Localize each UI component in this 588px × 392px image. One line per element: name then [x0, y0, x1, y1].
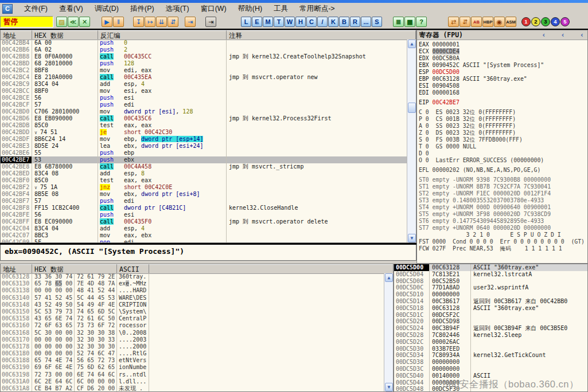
disasm-row[interactable]: 00C42BF085C0testeax, eax: [1, 177, 407, 184]
breakpoint-4-button[interactable]: 4: [551, 17, 560, 26]
disasm-row[interactable]: 00C42BED83C4 08addesp, 8: [1, 170, 407, 177]
register-line[interactable]: Z 0 DS 0023 32位 0(FFFFFFFF): [419, 130, 587, 136]
breakpoint-2-button[interactable]: 2: [531, 17, 540, 26]
menu-item[interactable]: 帮助(H): [232, 3, 268, 15]
appearance-button[interactable]: ▦: [404, 17, 415, 27]
view-run-trace-button[interactable]: ...: [361, 17, 371, 27]
disasm-row[interactable]: 00C42BDF8B6C24 14movebp, dword ptr [esp+…: [1, 136, 407, 143]
disasm-row[interactable]: 00C42BCE56pushesi: [1, 95, 407, 101]
target-button[interactable]: ◉: [494, 17, 505, 27]
register-line[interactable]: ESP 00DC5D00: [419, 69, 587, 76]
view-cpu-button[interactable]: C: [306, 17, 317, 27]
view-call-stack-button[interactable]: K: [328, 17, 338, 27]
disasm-row[interactable]: 00C42BB66A 02push2: [1, 46, 407, 53]
view-threads-button[interactable]: T: [274, 17, 284, 27]
menu-item[interactable]: 查看(V): [53, 3, 89, 15]
stack-row[interactable]: 00DC5D4800DC5F30: [394, 386, 587, 392]
disasm-row[interactable]: 00C42BE753pushebx: [1, 156, 407, 163]
disasm-row[interactable]: 00C42BE655pushebp: [1, 150, 407, 156]
register-line[interactable]: FCW 027F Prec NEAR,53 掩码 1 1 1 1 1 1: [419, 245, 587, 252]
menu-item[interactable]: 工具: [268, 3, 294, 15]
dump-row[interactable]: 00C631A8CE B4 B7 A2CF D6 20 00未发现 .: [1, 385, 384, 391]
animate-into-button[interactable]: ⇊: [156, 17, 167, 27]
stack-row[interactable]: 00DC5D2C000026AC: [394, 339, 587, 346]
register-line[interactable]: EAX 00000001: [419, 41, 587, 48]
disasm-row[interactable]: 00C42C0483C4 04addesp, 4: [1, 225, 407, 232]
disasm-row[interactable]: 00C42BB8E8 0F0A0000call00C435CCjmp 到 ker…: [1, 53, 407, 60]
restart-button[interactable]: ≪: [68, 17, 79, 27]
scroll-up-icon[interactable]: ▲: [385, 273, 393, 282]
register-line[interactable]: EBP 00C63128 ASCII "360tray.exe": [419, 76, 587, 83]
stack-row[interactable]: 00DC5D1400C3B617返回到 00C3B617 来自 00C42BB0: [394, 298, 587, 305]
register-line[interactable]: ST3 empty 0.1480035532037003780e-4933: [419, 197, 587, 204]
dump-row[interactable]: 00C6314057 41 52 455C 44 45 53WARE\DES: [1, 295, 384, 301]
register-line[interactable]: O 0 LastErr ERROR_SUCCESS (00000000): [419, 157, 587, 164]
register-line[interactable]: EIP 00C42BE7: [419, 99, 587, 106]
open-file-button[interactable]: ▨: [56, 17, 67, 27]
register-line[interactable]: 3 2 1 0 E S P U O Z D I: [419, 232, 587, 238]
dump-scrollbar[interactable]: ▲ ▼: [384, 273, 393, 391]
register-line[interactable]: FST 0000 Cond 0 0 0 0 Err 0 0 0 0 0 0 0 …: [419, 238, 587, 245]
register-pane-chevron-button[interactable]: ‹: [561, 31, 565, 39]
disasm-row[interactable]: 00C42BF8FF15 1CB2C400calldword ptr [C4B2…: [1, 205, 407, 211]
register-line[interactable]: A 0 SS 0023 32位 0(FFFFFFFF): [419, 123, 587, 130]
dump-row[interactable]: 00C6316072 6F 63 6573 73 6F 72rocessor: [1, 322, 384, 329]
view-breakpoints-button[interactable]: B: [339, 17, 349, 27]
scrollbar-thumb[interactable]: [408, 103, 416, 113]
breakpoint-3-button[interactable]: 3: [541, 17, 550, 26]
register-line[interactable]: ST4 empty +UNORM 000D 00900640 00900001: [419, 204, 587, 211]
options-button[interactable]: ≣: [393, 17, 404, 27]
stack-row[interactable]: 00DC5D0C77D1A8ADuser32.wsprintfA: [394, 284, 587, 291]
dump-row[interactable]: 00C6318865 74 4E 7456 65 72 73etNtVers: [1, 357, 384, 364]
help-button[interactable]: ?: [416, 17, 427, 27]
view-handles-button[interactable]: H: [295, 17, 306, 27]
stack-row[interactable]: 00DC5D1800C63128ASCII "360tray.exe": [394, 305, 587, 312]
menu-item[interactable]: 调试(D): [89, 3, 124, 15]
register-pane-chevron-button[interactable]: ‹: [542, 31, 546, 39]
register-line[interactable]: T 0 GS 0000 NULL: [419, 143, 587, 150]
disasm-row[interactable]: 00C42BD0C706 28010000movdword ptr [esi],…: [1, 108, 407, 115]
register-line[interactable]: ST7 empty +UNORM 0640 0000020D 00000000: [419, 225, 587, 232]
stack-row[interactable]: 00DC5D1C00DC5F2C: [394, 312, 587, 319]
stack-row[interactable]: 00DC5D30033B7EED: [394, 346, 587, 352]
disasm-row[interactable]: 00C42BDB85C0testeax, eax: [1, 122, 407, 129]
disasm-row[interactable]: 00C42BFE56pushesi: [1, 211, 407, 218]
view-references-button[interactable]: R: [350, 17, 360, 27]
stack-row[interactable]: 00DC5D4000140000ASCII: [394, 373, 587, 379]
updown-arrows-button[interactable]: ⇵: [460, 17, 470, 27]
dump-row[interactable]: 00C6315843 65 6E 7472 61 6C 50CentralP: [1, 315, 384, 322]
dump-row[interactable]: 00C631505C 53 79 7374 65 6D 5C\System\: [1, 308, 384, 315]
disasm-row[interactable]: 00C42C095Fpopedi: [1, 239, 407, 242]
menu-item[interactable]: 文件(F): [18, 3, 53, 15]
register-line[interactable]: ST5 empty +UNORM 3F98 0000020D 7C938CD9: [419, 211, 587, 218]
hbp-button[interactable]: HBP: [482, 17, 493, 27]
dump-row[interactable]: 00C6313800 00 00 0048 41 52 44....HARD: [1, 287, 384, 294]
execute-till-return-button[interactable]: ⇥: [185, 17, 196, 27]
disasm-row[interactable]: 00C42BC4E8 210A0000call00C435EAjmp 到 msv…: [1, 74, 407, 81]
step-into-button[interactable]: ↧: [133, 17, 144, 27]
view-memory-button[interactable]: M: [263, 17, 273, 27]
stack-row[interactable]: 00DC5D3C00000000: [394, 366, 587, 373]
scroll-down-icon[interactable]: ▼: [385, 383, 393, 391]
app-icon[interactable]: C: [2, 4, 13, 14]
dump-row[interactable]: 00C631685C 30 00 0032 30 30 38\0..2008: [1, 330, 384, 336]
menu-item[interactable]: 窗口(W): [195, 3, 232, 15]
disasm-row[interactable]: 00C42BF757pushedi: [1, 198, 407, 205]
disasm-row[interactable]: 00C42BFFE8 EC090000call00C435F0jmp 到 msv…: [1, 218, 407, 225]
stack-row[interactable]: 00DC5D4400000000: [394, 379, 587, 386]
register-line[interactable]: EDI 00000168: [419, 89, 587, 96]
disasm-row[interactable]: 00C42BE8E8 6B780000call00C4A458jmp 到 msv…: [1, 163, 407, 170]
stack-row[interactable]: 00DC5D1000000000: [394, 291, 587, 298]
view-source-button[interactable]: S: [372, 17, 382, 27]
menu-item[interactable]: 常用断点->: [294, 3, 340, 15]
register-line[interactable]: EBX 0090452C ASCII "[System Process]": [419, 62, 587, 69]
register-line[interactable]: S 0 FS 003B 32位 7FFDB000(FFF): [419, 136, 587, 143]
register-line[interactable]: ST1 empty -UNORM 8B7B 7C92CF7A 7C930041: [419, 183, 587, 190]
register-line[interactable]: EDX 00DC5B0A: [419, 55, 587, 62]
view-log-button[interactable]: L: [241, 17, 251, 27]
dump-row[interactable]: 00C6317800 00 00 0032 30 30 30....2000: [1, 343, 384, 350]
view-windows-button[interactable]: W: [285, 17, 295, 27]
asm-button[interactable]: ASM: [505, 17, 516, 27]
breakpoint-5-button[interactable]: 5: [560, 17, 570, 26]
disasm-row[interactable]: 00C42BC28BF8movedi, eax: [1, 67, 407, 74]
